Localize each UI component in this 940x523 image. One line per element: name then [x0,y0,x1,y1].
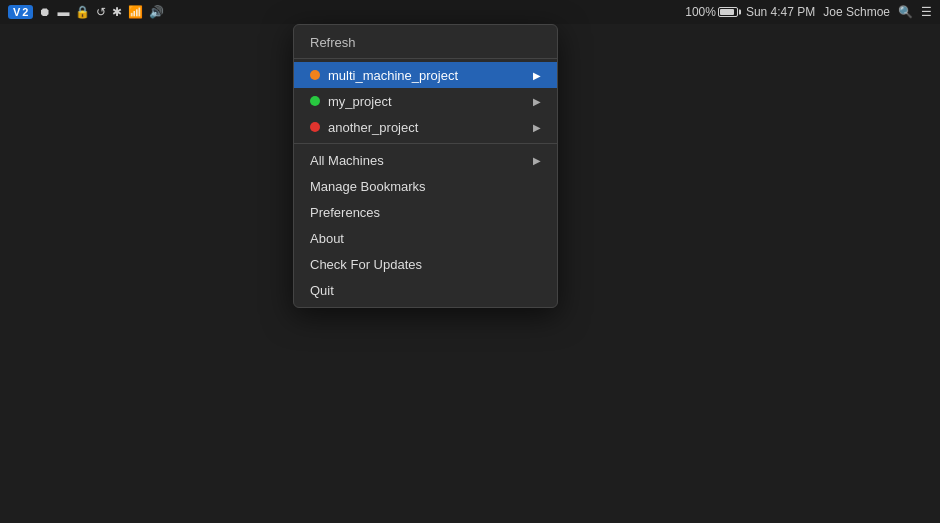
lock-icon: 🔒 [75,5,90,19]
quit-label: Quit [310,283,541,298]
datetime: Sun 4:47 PM [746,5,815,19]
battery-bar [718,7,738,17]
battery-container: 100% [685,5,738,19]
refresh-label: Refresh [310,35,541,50]
all-machines-label: All Machines [310,153,533,168]
menu-item-multi-machine-project[interactable]: multi_machine_project ▶ [294,62,557,88]
menu-item-about[interactable]: About [294,225,557,251]
submenu-arrow-icon-4: ▶ [533,155,541,166]
wifi-icon: 📶 [128,5,143,19]
dropdown-menu: Refresh multi_machine_project ▶ my_proje… [293,24,558,308]
check-updates-label: Check For Updates [310,257,541,272]
my-project-label: my_project [328,94,533,109]
about-label: About [310,231,541,246]
menu-item-manage-bookmarks[interactable]: Manage Bookmarks [294,173,557,199]
menu-item-refresh[interactable]: Refresh [294,29,557,55]
menubar-left: V 2 ⏺ ▬ 🔒 ↺ ✱ 📶 🔊 [8,5,164,19]
record-icon: ⏺ [39,5,51,19]
menu-item-quit[interactable]: Quit [294,277,557,303]
battery-icon-left: ▬ [57,5,69,19]
submenu-arrow-icon-2: ▶ [533,96,541,107]
dot-orange-icon [310,70,320,80]
menu-item-all-machines[interactable]: All Machines ▶ [294,147,557,173]
preferences-label: Preferences [310,205,541,220]
refresh-icon: ↺ [96,5,106,19]
menu-item-another-project[interactable]: another_project ▶ [294,114,557,140]
search-icon[interactable]: 🔍 [898,5,913,19]
dot-red-icon [310,122,320,132]
another-project-label: another_project [328,120,533,135]
divider-1 [294,58,557,59]
menu-item-check-updates[interactable]: Check For Updates [294,251,557,277]
menubar: V 2 ⏺ ▬ 🔒 ↺ ✱ 📶 🔊 100% Sun 4:47 PM Joe S… [0,0,940,24]
menu-item-preferences[interactable]: Preferences [294,199,557,225]
divider-2 [294,143,557,144]
battery-fill [720,9,734,15]
app-icon-badge: 2 [22,6,28,18]
app-icon-letter: V [13,6,20,18]
manage-bookmarks-label: Manage Bookmarks [310,179,541,194]
menu-item-my-project[interactable]: my_project ▶ [294,88,557,114]
menubar-right: 100% Sun 4:47 PM Joe Schmoe 🔍 ☰ [685,5,932,19]
battery-percentage: 100% [685,5,716,19]
username: Joe Schmoe [823,5,890,19]
submenu-arrow-icon-1: ▶ [533,70,541,81]
app-icon[interactable]: V 2 [8,5,33,19]
bluetooth-icon: ✱ [112,5,122,19]
submenu-arrow-icon-3: ▶ [533,122,541,133]
dot-green-icon [310,96,320,106]
menu-icon[interactable]: ☰ [921,5,932,19]
volume-icon: 🔊 [149,5,164,19]
multi-machine-project-label: multi_machine_project [328,68,533,83]
